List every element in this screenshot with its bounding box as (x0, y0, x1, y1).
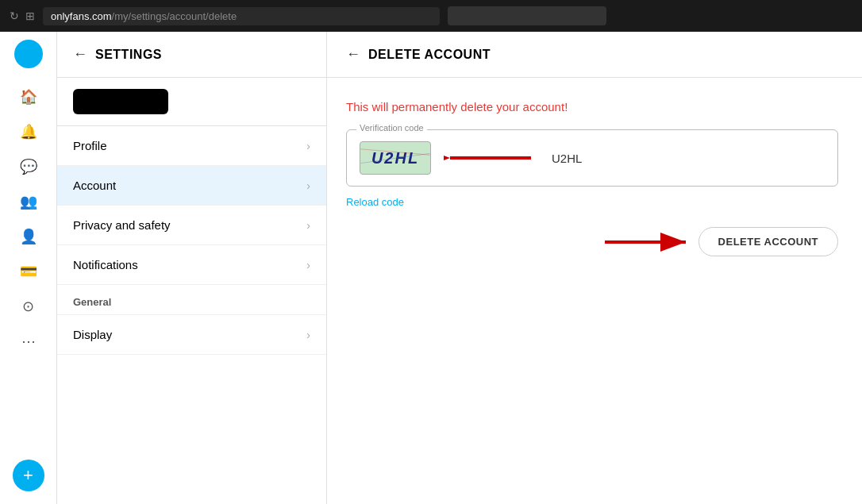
address-bar[interactable]: onlyfans.com/my/settings/account/delete (43, 7, 440, 25)
delete-account-title: DELETE ACCOUNT (368, 48, 491, 62)
sidebar-icon-messages[interactable]: 💬 (14, 152, 43, 181)
avatar[interactable] (14, 40, 43, 68)
settings-panel: ← SETTINGS Profile › Account › Privacy a… (57, 32, 327, 504)
browser-controls: ↻ ⊞ (10, 10, 35, 22)
captcha-image: U2HL (360, 141, 431, 175)
user-bar (73, 89, 168, 114)
verification-row: U2HL (360, 141, 825, 175)
chevron-right-icon: › (306, 329, 310, 341)
sidebar-item-privacy-label: Privacy and safety (73, 218, 171, 232)
delete-account-button[interactable]: DELETE ACCOUNT (698, 227, 838, 256)
captcha-text: U2HL (371, 149, 419, 167)
url-host: onlyfans.com (51, 10, 112, 22)
settings-back-arrow[interactable]: ← (73, 46, 87, 63)
captcha-input[interactable] (552, 152, 825, 165)
sidebar-item-account-label: Account (73, 179, 116, 192)
sidebar-item-display-label: Display (73, 328, 112, 341)
delete-btn-row: DELETE ACCOUNT (346, 227, 838, 256)
sidebar-icon-subscribers[interactable]: 👥 (14, 187, 43, 216)
sidebar-item-profile-label: Profile (73, 139, 107, 152)
browser-bar: ↻ ⊞ onlyfans.com/my/settings/account/del… (0, 0, 862, 32)
reload-icon[interactable]: ↻ (10, 10, 19, 22)
verification-wrapper: Verification code U2HL (346, 129, 838, 187)
left-arrow-annotation (444, 144, 539, 172)
verification-label: Verification code (356, 123, 427, 133)
main-content: ← DELETE ACCOUNT This will permanently d… (327, 32, 862, 504)
settings-title: SETTINGS (95, 48, 162, 62)
tab-icon[interactable]: ⊞ (25, 10, 35, 22)
settings-header: ← SETTINGS (57, 32, 326, 78)
sidebar-item-display[interactable]: Display › (57, 315, 326, 355)
sidebar-item-privacy[interactable]: Privacy and safety › (57, 206, 326, 245)
sidebar-icon-home[interactable]: 🏠 (14, 83, 43, 111)
sidebar-icon-payments[interactable]: 💳 (14, 257, 43, 286)
app-layout: 🏠 🔔 💬 👥 👤 💳 ⊙ ⋯ + ← SETTINGS Profile › A… (0, 32, 862, 504)
user-block (57, 78, 326, 126)
reload-code-link[interactable]: Reload code (346, 196, 404, 208)
sidebar-icon-notifications[interactable]: 🔔 (14, 117, 43, 146)
url-path: /my/settings/account/delete (112, 10, 237, 22)
icon-sidebar: 🏠 🔔 💬 👥 👤 💳 ⊙ ⋯ + (0, 32, 57, 504)
right-arrow-annotation (597, 228, 692, 256)
fab-button[interactable]: + (13, 460, 44, 491)
main-body: This will permanently delete your accoun… (327, 78, 862, 504)
sidebar-item-notifications[interactable]: Notifications › (57, 245, 326, 285)
search-bar[interactable] (448, 6, 606, 25)
sidebar-icon-profile[interactable]: 👤 (14, 222, 43, 251)
chevron-right-icon: › (306, 179, 310, 192)
chevron-right-icon: › (306, 140, 310, 152)
chevron-right-icon: › (306, 219, 310, 232)
general-section-label: General (57, 285, 326, 315)
sidebar-item-notifications-label: Notifications (73, 258, 138, 271)
chevron-right-icon: › (306, 259, 310, 271)
warning-text: This will permanently delete your accoun… (346, 100, 843, 113)
sidebar-item-profile[interactable]: Profile › (57, 126, 326, 166)
sidebar-item-account[interactable]: Account › (57, 166, 326, 206)
main-header: ← DELETE ACCOUNT (327, 32, 862, 78)
sidebar-icon-circle[interactable]: ⊙ (14, 292, 43, 321)
delete-back-arrow[interactable]: ← (346, 46, 360, 63)
sidebar-icon-more[interactable]: ⋯ (14, 327, 43, 356)
